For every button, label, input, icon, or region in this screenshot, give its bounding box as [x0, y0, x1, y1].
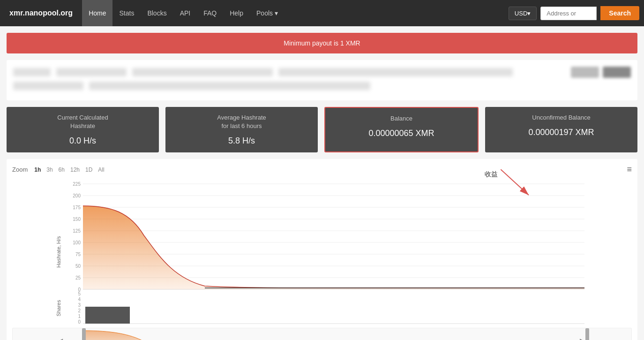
nav-pools[interactable]: Pools ▾ [250, 0, 285, 26]
address-input[interactable] [540, 7, 597, 20]
navigator-section: 11:15 11:30 11:45 12:00 12:15 12:30 ◀ ▶ [12, 328, 632, 340]
zoom-12h[interactable]: 12h [67, 166, 82, 174]
hashrate-area [83, 206, 584, 289]
stat-balance-value: 0.00000065 XMR [368, 128, 434, 138]
stat-avg-title: Average Hashratefor last 6 hours [217, 113, 266, 130]
stat-card-balance: Balance 0.00000065 XMR [324, 107, 479, 152]
blur-placeholder-5 [13, 82, 83, 90]
scroll-left-icon: ◀ [59, 337, 63, 340]
blur-placeholder-1 [13, 68, 51, 76]
blur-placeholder-6 [89, 82, 370, 90]
svg-text:50: 50 [75, 264, 81, 269]
stat-avg-value: 5.8 H/s [228, 136, 255, 146]
nav-home[interactable]: Home [82, 0, 112, 26]
svg-text:2: 2 [78, 308, 81, 313]
main-chart-svg: Hashrate, H/s 225 200 175 150 125 100 75… [12, 179, 632, 325]
blur-placeholder-2 [56, 68, 127, 76]
svg-text:1: 1 [78, 314, 81, 319]
svg-text:225: 225 [73, 181, 81, 187]
chart-menu-icon[interactable]: ≡ [627, 165, 632, 174]
navbar: xmr.nanopool.org Home Stats Blocks API F… [0, 0, 644, 26]
zoom-all[interactable]: All [95, 166, 107, 174]
stat-balance-title: Balance [390, 114, 412, 123]
svg-text:150: 150 [73, 217, 81, 222]
blur-btn-2 [603, 67, 631, 78]
scroll-right-icon: ▶ [580, 337, 584, 340]
currency-selector[interactable]: USD▾ [509, 7, 537, 20]
blurred-content [7, 60, 637, 100]
nav-help[interactable]: Help [223, 0, 250, 26]
svg-text:0: 0 [78, 319, 81, 325]
zoom-label: Zoom [12, 166, 28, 173]
svg-text:75: 75 [75, 252, 81, 257]
zoom-6h[interactable]: 6h [56, 166, 67, 174]
blur-placeholder-3 [132, 68, 273, 76]
y-axis-shares-label: Shares [56, 300, 61, 316]
zoom-1d[interactable]: 1D [82, 166, 95, 174]
zoom-3h[interactable]: 3h [44, 166, 55, 174]
nav-links: Home Stats Blocks API FAQ Help Pools ▾ [82, 0, 509, 26]
nav-stats[interactable]: Stats [112, 0, 141, 26]
chart-wrapper: Hashrate, H/s 225 200 175 150 125 100 75… [12, 179, 632, 326]
svg-text:25: 25 [75, 275, 81, 280]
stat-hashrate-title: Current CalculatedHashrate [57, 113, 108, 130]
zoom-1h[interactable]: 1h [31, 166, 44, 174]
nav-blocks[interactable]: Blocks [141, 0, 173, 26]
y-axis-hashrate-label: Hashrate, H/s [56, 236, 61, 268]
stat-card-hashrate: Current CalculatedHashrate 0.0 H/s [7, 107, 159, 152]
svg-text:100: 100 [73, 240, 81, 245]
navigator-handle-left [82, 328, 86, 340]
svg-text:125: 125 [73, 228, 81, 234]
svg-text:200: 200 [73, 193, 81, 198]
navigator-area [83, 331, 584, 340]
navigator-handle-right [585, 328, 589, 340]
svg-text:3: 3 [78, 302, 81, 308]
stat-card-avg-hashrate: Average Hashratefor last 6 hours 5.8 H/s [165, 107, 318, 152]
navbar-brand: xmr.nanopool.org [5, 9, 77, 17]
blur-row-2 [13, 82, 631, 90]
stat-hashrate-value: 0.0 H/s [69, 136, 96, 146]
blur-btn-1 [571, 67, 599, 78]
nav-right: USD▾ Search [509, 6, 639, 20]
chart-section: 收益 Zoom 1h 3h 6h 12h 1D All ≡ Hashrate, … [7, 159, 637, 340]
blur-row-1 [13, 67, 631, 78]
blur-row-right [571, 67, 631, 78]
nav-api[interactable]: API [173, 0, 197, 26]
svg-text:175: 175 [73, 205, 81, 210]
stat-unconfirmed-value: 0.00000197 XMR [528, 128, 594, 137]
blur-placeholder-4 [278, 68, 513, 76]
shares-bar [85, 307, 130, 324]
search-button[interactable]: Search [600, 6, 639, 20]
navigator-svg: 11:15 11:30 11:45 12:00 12:15 12:30 ◀ ▶ [13, 328, 631, 340]
chart-toolbar: Zoom 1h 3h 6h 12h 1D All ≡ [12, 165, 632, 174]
svg-text:4: 4 [78, 297, 81, 302]
navigator-line [83, 331, 584, 340]
stats-row: Current CalculatedHashrate 0.0 H/s Avera… [7, 107, 637, 152]
nav-faq[interactable]: FAQ [197, 0, 223, 26]
stat-unconfirmed-title: Unconfirmed Balance [532, 113, 590, 122]
svg-text:5: 5 [78, 291, 81, 296]
stat-card-unconfirmed: Unconfirmed Balance 0.00000197 XMR [485, 107, 637, 152]
alert-banner: Minimum payout is 1 XMR [7, 33, 637, 53]
